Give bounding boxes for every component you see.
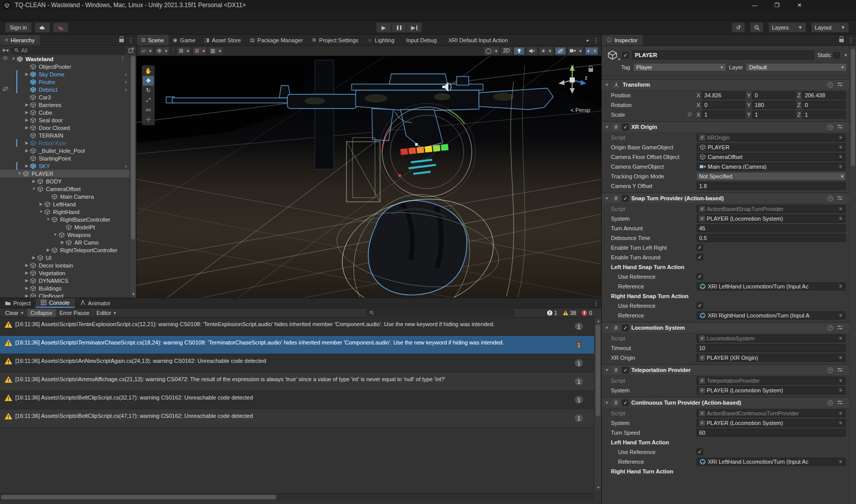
hierarchy-item[interactable]: ▶ AR Camo ⋮ › (0, 238, 129, 246)
help-icon[interactable]: ? (827, 400, 833, 406)
hierarchy-item[interactable]: TERRAIN ⋮ › (0, 131, 129, 139)
x-field[interactable]: 1 (702, 111, 745, 119)
error-count-toggle[interactable]: 0 (581, 310, 592, 316)
view-tab[interactable]: ☼ Lighting (363, 35, 399, 45)
rect-tool[interactable]: ▭ (143, 105, 154, 115)
expand-arrow[interactable]: ▶ (23, 286, 30, 290)
object-reference-field[interactable]: # PLAYER (697, 143, 846, 151)
component-header[interactable]: ▼ # ✓ XR Origin ? ⋮ (605, 123, 853, 130)
component-header[interactable]: ▼ # ✓ Locomotion System ? ⋮ (605, 324, 853, 331)
visibility-eye-icon[interactable] (2, 56, 9, 62)
panel-menu-icon[interactable]: ⋮ (848, 37, 854, 44)
hierarchy-item[interactable]: ▶ Sky Dome ⋮ › (0, 70, 129, 78)
menu-item[interactable] (50, 10, 59, 20)
snap-settings-button[interactable]: ▥▾ (208, 47, 223, 55)
tab-animator[interactable]: Animator (75, 298, 116, 308)
open-search-window-icon[interactable] (128, 47, 134, 53)
tool-handle-rotation-button[interactable]: ⊕▾ (155, 47, 169, 55)
menu-item[interactable] (41, 10, 50, 20)
panel-menu-icon[interactable]: ⋮ (128, 37, 134, 44)
console-message[interactable]: [16:11:36] Assets\Scripts\BeltClipScript… (0, 409, 594, 428)
warning-count-toggle[interactable]: 38 (563, 310, 576, 316)
hierarchy-item[interactable]: ▶ Buildings ⋮ › (0, 284, 129, 292)
expand-arrow[interactable]: ▶ (31, 179, 37, 183)
hierarchy-item[interactable]: ModelPt ⋮ › (0, 223, 129, 231)
object-picker-icon[interactable] (838, 135, 843, 140)
value-field[interactable]: 1.8 (697, 182, 846, 190)
scrollbar-thumb[interactable] (131, 56, 135, 240)
hierarchy-search-input[interactable]: All (11, 47, 126, 54)
tab-project[interactable]: Project (0, 298, 36, 308)
hierarchy-item[interactable]: Car3 ⋮ › (0, 93, 129, 101)
static-caret[interactable]: ▾ (844, 52, 847, 58)
scene-viewport-3d[interactable]: ▱▾ ⊕▾ ⊞▾ ⊞▾ ▥▾ ◯▾ 2D ∗▾ (137, 46, 601, 298)
x-field[interactable]: 0 (702, 101, 745, 109)
scene-lighting-toggle[interactable] (514, 47, 525, 55)
foldout-arrow[interactable]: ▼ (605, 83, 610, 87)
scene-camera-settings-button[interactable]: ▾ (568, 47, 584, 55)
hierarchy-item[interactable]: ▶ _Bullet_Hole_Pool ⋮ › (0, 147, 129, 154)
expand-arrow[interactable]: ▶ (31, 255, 37, 260)
expand-arrow[interactable]: ▶ (45, 248, 51, 252)
component-header[interactable]: ▼ # ✓ Snap Turn Provider (Action-based) … (605, 195, 853, 202)
component-header[interactable]: ▼ # ✓ Teleportation Provider ? ⋮ (605, 366, 853, 374)
expand-arrow[interactable]: ▼ (45, 217, 51, 222)
object-picker-icon[interactable] (838, 420, 843, 426)
object-picker-icon[interactable] (838, 144, 843, 150)
object-picker-icon[interactable] (838, 283, 843, 289)
hierarchy-item[interactable]: ▼ RightBaseController ⋮ › (0, 216, 129, 223)
scale-tool[interactable]: ⤢ (143, 95, 154, 105)
hand-tool[interactable]: ✋ (143, 66, 154, 76)
component-enabled-checkbox[interactable]: ✓ (622, 400, 629, 406)
checkbox[interactable]: ✓ (697, 273, 703, 280)
hierarchy-item[interactable]: StartingPoint ⋮ › (0, 154, 129, 162)
presets-icon[interactable] (837, 195, 843, 202)
hierarchy-item[interactable]: ▶ Vegetation ⋮ › (0, 269, 129, 277)
z-field[interactable]: 206.438 (802, 91, 846, 99)
lock-icon[interactable] (119, 39, 124, 42)
object-picker-icon[interactable] (838, 387, 843, 393)
menu-item[interactable] (68, 10, 77, 20)
console-message[interactable]: [16:11:36] Assets\Scripts\AmmoAffichage.… (0, 373, 594, 391)
scene-lock-icon[interactable] (588, 68, 593, 72)
foldout-arrow[interactable]: ▼ (605, 401, 610, 405)
hierarchy-item[interactable]: ▼ Wasteland ⋮ › (0, 55, 129, 63)
hierarchy-item[interactable]: ▶ Barrieres ⋮ › (0, 101, 129, 109)
tab-hierarchy[interactable]: ≡ Hierarchy (0, 35, 40, 45)
hierarchy-item[interactable]: ObjectPooler ⋮ › (0, 63, 129, 70)
object-picker-icon[interactable] (838, 312, 843, 318)
view-tab[interactable]: XRI Default Input Action (441, 35, 513, 45)
hierarchy-item[interactable]: ▼ PLAYER ⋮ › (0, 170, 129, 177)
hierarchy-item[interactable]: ▶ SKY ⋮ › (0, 162, 129, 170)
maximize-button[interactable]: ❐ (773, 2, 781, 9)
play-button[interactable]: ▶ (376, 22, 391, 33)
view-tab[interactable]: ◉ Game (169, 35, 200, 45)
tab-console[interactable]: Console (36, 298, 74, 308)
foldout-arrow[interactable]: ▼ (605, 326, 610, 330)
help-icon[interactable]: ? (827, 196, 833, 201)
hierarchy-item[interactable]: ▶ Decor lointain ⋮ › (0, 261, 129, 269)
draw-mode-button[interactable]: ◯▾ (484, 47, 499, 55)
view-tab[interactable]: ⚙ Project Settings (307, 35, 363, 45)
hierarchy-item[interactable]: ▼ CameraOffset ⋮ › (0, 185, 129, 193)
2d-toggle-button[interactable]: 2D (501, 47, 512, 55)
view-tab[interactable]: ▤ Package Manager (246, 35, 308, 45)
x-field[interactable]: 34.826 (702, 91, 745, 99)
object-reference-field[interactable]: # PLAYER (Locomotion System) (697, 419, 846, 427)
hierarchy-item[interactable]: ▼ RightHand ⋮ › (0, 208, 129, 216)
scroll-down-arrow[interactable]: ▼ (597, 486, 600, 489)
view-tab[interactable]: ◨ Asset Store (200, 35, 245, 45)
console-message[interactable]: [16:11:36] Assets\Scripts\BeltClipScript… (0, 391, 594, 409)
view-tab[interactable]: ⊞ Scene (137, 35, 169, 45)
hierarchy-item[interactable]: Debris1 ⋮ › (0, 86, 129, 93)
hierarchy-item[interactable]: Main Camera ⋮ › (0, 193, 129, 200)
object-picker-icon[interactable] (838, 164, 843, 169)
component-enabled-checkbox[interactable]: ✓ (622, 325, 629, 331)
hierarchy-item[interactable]: ▶ Seal door ⋮ › (0, 116, 129, 124)
y-field[interactable]: 180 (752, 101, 796, 109)
hierarchy-scrollbar[interactable]: ▼ (129, 55, 136, 298)
expand-arrow[interactable]: ▼ (31, 187, 37, 191)
value-field[interactable]: 10 (697, 344, 846, 352)
error-pause-button[interactable]: Error Pause (57, 309, 93, 317)
rotate-tool[interactable]: ↻ (143, 86, 154, 95)
